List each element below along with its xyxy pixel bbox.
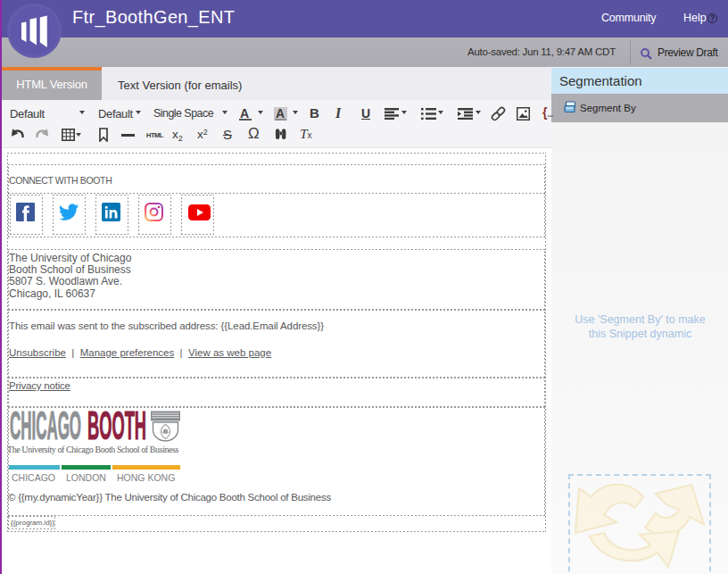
svg-text:BOOTH: BOOTH: [87, 410, 146, 442]
svg-text:CHICAGO: CHICAGO: [10, 410, 81, 442]
